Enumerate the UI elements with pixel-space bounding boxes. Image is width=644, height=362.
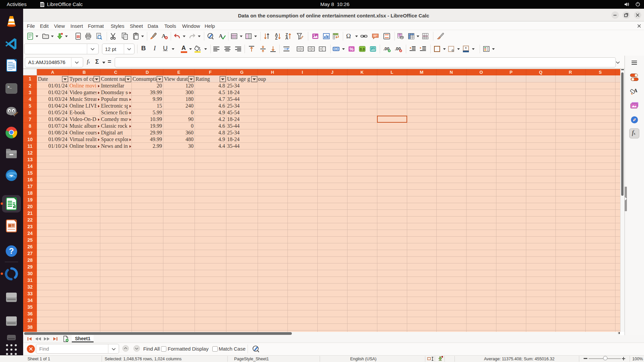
svg-text:PDF: PDF [76,36,80,38]
svg-text:>_: >_ [7,85,12,89]
svg-text:15: 15 [372,48,375,51]
svg-text:?: ? [9,246,14,255]
svg-text:%: % [350,47,354,52]
svg-text:0.0: 0.0 [360,47,365,51]
svg-text:Ω: Ω [346,33,351,40]
svg-text:A: A [285,36,288,40]
svg-text:Z: Z [275,36,277,40]
